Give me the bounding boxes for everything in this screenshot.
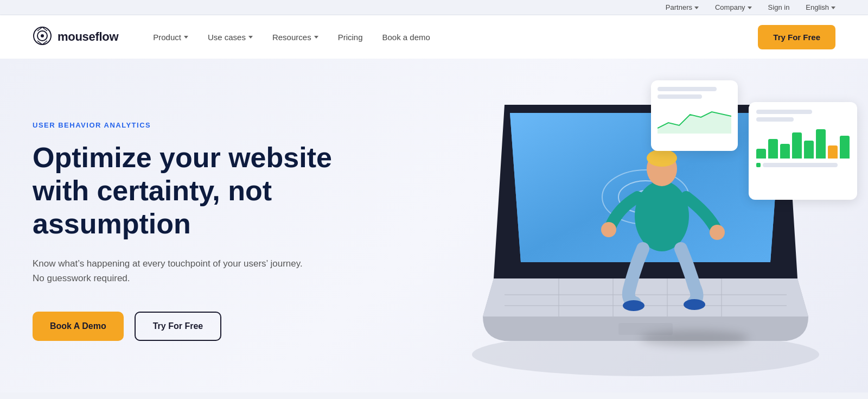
top-utility-bar: Partners Company Sign in English <box>0 0 868 15</box>
card-line-2 <box>756 117 794 122</box>
logo-text: mouseflow <box>58 30 118 44</box>
bar-5 <box>804 141 814 159</box>
nav-use-cases-label: Use cases <box>208 33 246 42</box>
legend-line <box>763 163 838 167</box>
analytics-card-line-chart <box>651 80 738 151</box>
nav-resources-label: Resources <box>272 33 311 42</box>
signin-link[interactable]: Sign in <box>768 3 790 11</box>
main-navbar: mouseflow Product Use cases Resources Pr… <box>0 15 868 59</box>
company-nav[interactable]: Company <box>715 3 752 11</box>
logo[interactable]: mouseflow <box>33 26 118 48</box>
bar-4 <box>792 132 802 159</box>
nav-use-cases[interactable]: Use cases <box>200 28 260 46</box>
bar-1 <box>756 149 766 159</box>
mini-bar-chart <box>756 126 850 159</box>
nav-pricing-label: Pricing <box>338 33 363 42</box>
bar-7 <box>828 145 838 159</box>
card-line-3 <box>658 87 717 91</box>
bar-8 <box>840 136 850 159</box>
hero-illustration <box>380 59 868 392</box>
svg-point-22 <box>710 225 725 240</box>
partners-nav[interactable]: Partners <box>666 3 699 11</box>
hero-subtext: Know what’s happening at every touchpoin… <box>33 256 304 286</box>
company-label: Company <box>715 3 745 11</box>
language-selector[interactable]: English <box>806 3 835 11</box>
line-chart-svg <box>658 106 731 134</box>
svg-point-24 <box>684 299 705 310</box>
nav-product-chevron <box>184 36 188 39</box>
partners-label: Partners <box>666 3 692 11</box>
nav-links: Product Use cases Resources Pricing Book… <box>145 28 758 46</box>
svg-point-23 <box>623 300 644 311</box>
language-label: English <box>806 3 829 11</box>
logo-icon <box>33 26 52 48</box>
hero-buttons: Book A Demo Try For Free <box>33 312 358 341</box>
language-chevron-icon <box>831 7 835 9</box>
signin-label: Sign in <box>768 3 790 11</box>
company-chevron-icon <box>748 7 752 9</box>
person-shadow <box>640 330 749 346</box>
try-free-button[interactable]: Try For Free <box>135 312 221 341</box>
nav-cta-button[interactable]: Try For Free <box>758 25 835 49</box>
nav-product[interactable]: Product <box>145 28 196 46</box>
nav-use-cases-chevron <box>248 36 253 39</box>
hero-section: USER BEHAVIOR ANALYTICS Optimize your we… <box>0 59 868 392</box>
bar-6 <box>816 129 826 159</box>
svg-point-21 <box>601 222 616 237</box>
nav-book-demo-label: Book a demo <box>382 33 430 42</box>
svg-point-18 <box>635 181 689 251</box>
nav-resources-chevron <box>314 36 318 39</box>
bar-2 <box>768 139 778 159</box>
svg-point-20 <box>647 149 677 167</box>
nav-book-demo[interactable]: Book a demo <box>375 28 438 46</box>
hero-headline: Optimize your website with certainty, no… <box>33 141 358 241</box>
legend-green <box>756 163 761 167</box>
analytics-card-bar-chart <box>749 102 857 200</box>
book-demo-button[interactable]: Book A Demo <box>33 312 124 341</box>
hero-content: USER BEHAVIOR ANALYTICS Optimize your we… <box>33 110 358 341</box>
nav-pricing[interactable]: Pricing <box>330 28 371 46</box>
card-line-1 <box>756 110 812 114</box>
bar-3 <box>780 144 790 159</box>
nav-product-label: Product <box>153 33 181 42</box>
partners-chevron-icon <box>694 7 699 9</box>
svg-point-2 <box>41 34 44 37</box>
nav-resources[interactable]: Resources <box>265 28 326 46</box>
hero-eyebrow: USER BEHAVIOR ANALYTICS <box>33 121 358 129</box>
card-line-4 <box>658 94 702 99</box>
